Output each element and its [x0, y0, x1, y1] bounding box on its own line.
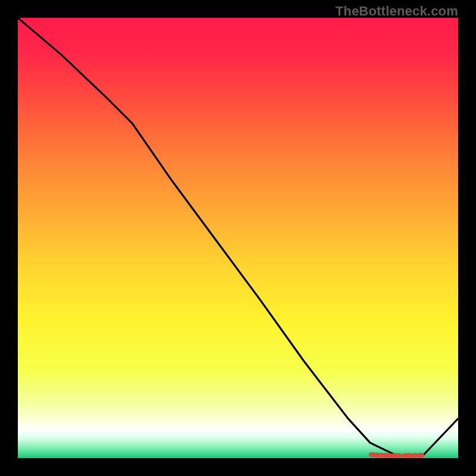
- gradient-background: [18, 18, 458, 458]
- plot-area: [18, 18, 458, 458]
- chart-svg: [18, 18, 458, 458]
- marker-dot: [395, 453, 402, 458]
- chart-stage: TheBottleneck.com: [0, 0, 476, 476]
- watermark-text: TheBottleneck.com: [336, 4, 458, 19]
- marker-dot: [417, 453, 424, 458]
